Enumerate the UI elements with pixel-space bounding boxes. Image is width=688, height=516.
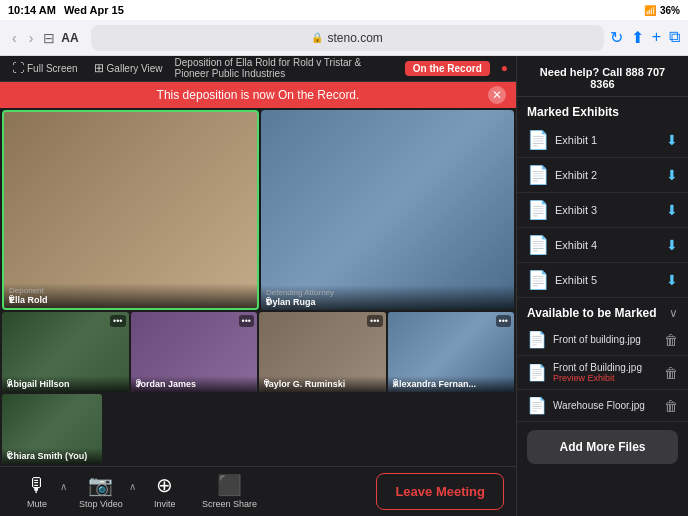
available-2-name-container: Front of Building.jpg Preview Exhibit xyxy=(553,362,658,383)
chiara-mic-icon: 🎙 xyxy=(5,450,15,461)
abigail-more-button[interactable]: ••• xyxy=(110,315,125,327)
available-3-delete-icon[interactable]: 🗑 xyxy=(664,398,678,414)
exhibit-3-name: Exhibit 3 xyxy=(555,204,660,216)
exhibit-1-name: Exhibit 1 xyxy=(555,134,660,146)
available-1-filename: Front of building.jpg xyxy=(553,334,658,345)
exhibit-2-file-icon: 📄 xyxy=(527,164,549,186)
exhibit-3: 📄 Exhibit 3 ⬇ xyxy=(517,193,688,228)
record-dot-icon: ● xyxy=(501,61,508,75)
thumbnail-row: ••• Abigail Hillson 🎙 ••• Jordan James 🎙 xyxy=(2,312,514,392)
url-text: steno.com xyxy=(327,31,382,45)
alexandra-label: Alexandra Fernan... xyxy=(388,376,515,392)
exhibit-3-file-icon: 📄 xyxy=(527,199,549,221)
available-1-delete-icon[interactable]: 🗑 xyxy=(664,332,678,348)
exhibits-section: Marked Exhibits 📄 Exhibit 1 ⬇ 📄 Exhibit … xyxy=(517,97,688,516)
aa-text[interactable]: AA xyxy=(61,31,78,45)
bottom-row: Chiara Smith (You) 🎙 xyxy=(2,394,514,464)
exhibit-2: 📄 Exhibit 2 ⬇ xyxy=(517,158,688,193)
tabs-icon[interactable]: ⧉ xyxy=(669,28,680,47)
available-chevron-icon[interactable]: ∨ xyxy=(669,306,678,320)
alexandra-more-button[interactable]: ••• xyxy=(496,315,511,327)
screen-share-button[interactable]: ⬛ Screen Share xyxy=(194,469,265,513)
main-container: ⛶ Full Screen ⊞ Gallery View Deposition … xyxy=(0,56,688,516)
screen-share-label: Screen Share xyxy=(202,499,257,509)
exhibit-3-download-icon[interactable]: ⬇ xyxy=(666,202,678,218)
available-file-3: 📄 Warehouse Floor.jpg 🗑 xyxy=(517,390,688,422)
available-1-file-icon: 📄 xyxy=(527,330,547,349)
wifi-icon: 📶 xyxy=(644,5,656,16)
leave-meeting-button[interactable]: Leave Meeting xyxy=(376,473,504,510)
right-panel-header: Need help? Call 888 707 8366 xyxy=(517,56,688,97)
fullscreen-button[interactable]: ⛶ Full Screen xyxy=(8,59,82,77)
video-alexandra: ••• Alexandra Fernan... 🎙 xyxy=(388,312,515,392)
video-chevron-icon[interactable]: ∧ xyxy=(129,481,136,492)
available-title: Available to be Marked xyxy=(527,306,657,320)
control-bar: 🎙 Mute ∧ 📷 Stop Video ∧ ⊕ Invite ⬛ Scree… xyxy=(0,466,516,516)
marked-exhibits-title: Marked Exhibits xyxy=(527,105,619,119)
main-video-row: Deponent Ella Rold 🎙 Defending Attorney … xyxy=(2,110,514,310)
mute-button[interactable]: 🎙 Mute xyxy=(12,470,62,513)
jordan-more-button[interactable]: ••• xyxy=(239,315,254,327)
bookmarks-icon[interactable]: ⊟ xyxy=(43,30,55,46)
exhibit-4-name: Exhibit 4 xyxy=(555,239,660,251)
nav-buttons[interactable]: ‹ › xyxy=(8,28,37,48)
taylor-more-button[interactable]: ••• xyxy=(367,315,382,327)
video-abigail: ••• Abigail Hillson 🎙 xyxy=(2,312,129,392)
exhibit-4: 📄 Exhibit 4 ⬇ xyxy=(517,228,688,263)
available-1-name-container: Front of building.jpg xyxy=(553,334,658,345)
available-3-filename: Warehouse Floor.jpg xyxy=(553,400,658,411)
available-header: Available to be Marked ∨ xyxy=(517,298,688,324)
ella-mic-icon: 🎙 xyxy=(7,294,17,305)
screen-share-icon: ⬛ xyxy=(217,473,242,497)
jordan-name: Jordan James xyxy=(136,379,197,389)
alexandra-mic-icon: 🎙 xyxy=(391,378,401,389)
banner-close-button[interactable]: ✕ xyxy=(488,86,506,104)
available-2-sub: Preview Exhibit xyxy=(553,373,658,383)
exhibit-2-download-icon[interactable]: ⬇ xyxy=(666,167,678,183)
new-tab-icon[interactable]: + xyxy=(652,28,661,47)
mute-icon: 🎙 xyxy=(27,474,47,497)
abigail-label: Abigail Hillson xyxy=(2,376,129,392)
ella-label: Deponent Ella Rold xyxy=(4,283,257,308)
marked-exhibits-header: Marked Exhibits xyxy=(517,97,688,123)
exhibit-5: 📄 Exhibit 5 ⬇ xyxy=(517,263,688,298)
exhibit-1-download-icon[interactable]: ⬇ xyxy=(666,132,678,148)
available-3-file-icon: 📄 xyxy=(527,396,547,415)
meeting-title: Deposition of Ella Rold for Rold v Trist… xyxy=(175,57,397,79)
video-ella: Deponent Ella Rold 🎙 xyxy=(2,110,259,310)
browser-actions[interactable]: ↻ ⬆ + ⧉ xyxy=(610,28,680,47)
mute-label: Mute xyxy=(27,499,47,509)
jordan-mic-icon: 🎙 xyxy=(134,378,144,389)
share-icon[interactable]: ⬆ xyxy=(631,28,644,47)
lock-icon: 🔒 xyxy=(311,32,323,43)
video-area: ⛶ Full Screen ⊞ Gallery View Deposition … xyxy=(0,56,516,516)
alexandra-name: Alexandra Fernan... xyxy=(393,379,477,389)
stop-video-button[interactable]: 📷 Stop Video xyxy=(71,469,131,513)
forward-button[interactable]: › xyxy=(25,28,38,48)
back-button[interactable]: ‹ xyxy=(8,28,21,48)
video-icon: 📷 xyxy=(88,473,113,497)
jordan-label: Jordan James xyxy=(131,376,258,392)
stop-video-label: Stop Video xyxy=(79,499,123,509)
available-2-file-icon: 📄 xyxy=(527,363,547,382)
status-bar: 10:14 AM Wed Apr 15 📶 36% xyxy=(0,0,688,20)
empty-video-tile xyxy=(104,394,514,464)
available-2-delete-icon[interactable]: 🗑 xyxy=(664,365,678,381)
dylan-role: Defending Attorney xyxy=(266,288,509,297)
ella-role: Deponent xyxy=(9,286,252,295)
url-bar[interactable]: 🔒 steno.com xyxy=(91,25,604,51)
add-more-files-button[interactable]: Add More Files xyxy=(527,430,678,464)
video-grid: Deponent Ella Rold 🎙 Defending Attorney … xyxy=(0,108,516,466)
refresh-icon[interactable]: ↻ xyxy=(610,28,623,47)
dylan-label: Defending Attorney Dylan Ruga xyxy=(261,285,514,310)
invite-button[interactable]: ⊕ Invite xyxy=(140,469,190,513)
exhibit-5-download-icon[interactable]: ⬇ xyxy=(666,272,678,288)
gallery-view-button[interactable]: ⊞ Gallery View xyxy=(90,59,167,77)
mute-chevron-icon[interactable]: ∧ xyxy=(60,481,67,492)
taylor-label: Taylor G. Ruminski xyxy=(259,376,386,392)
available-file-2: 📄 Front of Building.jpg Preview Exhibit … xyxy=(517,356,688,390)
available-file-1: 📄 Front of building.jpg 🗑 xyxy=(517,324,688,356)
dylan-mic-icon: 🎙 xyxy=(264,296,274,307)
exhibit-4-download-icon[interactable]: ⬇ xyxy=(666,237,678,253)
abigail-mic-icon: 🎙 xyxy=(5,378,15,389)
